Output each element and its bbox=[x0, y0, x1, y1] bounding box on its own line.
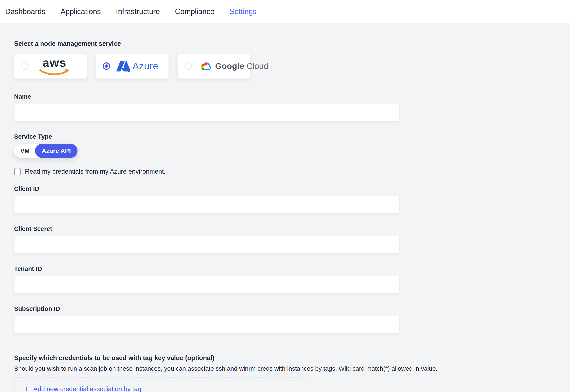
service-card-azure[interactable]: Azure bbox=[96, 54, 169, 79]
toggle-option-azure-api[interactable]: Azure API bbox=[35, 144, 78, 158]
google-cloud-icon bbox=[200, 62, 212, 71]
service-type-group: Service Type VM Azure API bbox=[14, 133, 570, 158]
google-cloud-logo-text: Google Cloud bbox=[215, 62, 268, 71]
tag-credentials-heading: Specify which credentials to be used wit… bbox=[14, 354, 570, 362]
aws-logo-text: aws bbox=[43, 57, 67, 68]
plus-icon bbox=[25, 385, 29, 392]
radio-button-icon[interactable] bbox=[185, 62, 192, 70]
nav-tab-infrastructure[interactable]: Infrastructure bbox=[116, 7, 160, 16]
add-credential-association-button[interactable]: Add new credential association by tag bbox=[25, 385, 141, 392]
add-credential-association-label: Add new credential association by tag bbox=[33, 385, 141, 392]
client-secret-label: Client Secret bbox=[14, 225, 570, 232]
name-label: Name bbox=[14, 93, 570, 100]
tag-credentials-section: Specify which credentials to be used wit… bbox=[14, 354, 570, 392]
nav-tab-applications[interactable]: Applications bbox=[60, 7, 101, 16]
top-navigation: Dashboards Applications Infrastructure C… bbox=[0, 0, 570, 23]
azure-logo-icon bbox=[116, 60, 130, 72]
client-secret-input[interactable] bbox=[14, 236, 400, 254]
name-field-group: Name bbox=[14, 93, 570, 121]
nav-tab-compliance[interactable]: Compliance bbox=[175, 7, 214, 16]
google-cloud-logo-text-primary: Google bbox=[215, 62, 244, 71]
service-selector-label: Select a node management service bbox=[14, 40, 570, 47]
radio-button-selected-icon[interactable] bbox=[103, 62, 110, 70]
service-card-aws[interactable]: aws bbox=[14, 54, 87, 79]
tenant-id-input[interactable] bbox=[14, 276, 400, 294]
client-id-input[interactable] bbox=[14, 196, 400, 214]
tenant-id-label: Tenant ID bbox=[14, 265, 570, 272]
subscription-id-field-group: Subscription ID bbox=[14, 305, 570, 334]
service-card-google-cloud[interactable]: Google Cloud bbox=[178, 54, 250, 79]
aws-smile-icon bbox=[39, 69, 70, 75]
credential-association-box: Add new credential association by tag bbox=[14, 378, 308, 392]
subscription-id-label: Subscription ID bbox=[14, 305, 570, 312]
tag-credentials-description: Should you wish to run a scan job on the… bbox=[14, 365, 570, 372]
nav-tab-settings[interactable]: Settings bbox=[229, 7, 256, 16]
radio-button-icon[interactable] bbox=[21, 62, 28, 70]
name-input[interactable] bbox=[14, 104, 400, 121]
client-id-field-group: Client ID bbox=[14, 185, 570, 214]
read-credentials-checkbox-label: Read my credentials from my Azure enviro… bbox=[25, 168, 166, 175]
service-cards: aws Azure bbox=[14, 54, 570, 79]
client-secret-field-group: Client Secret bbox=[14, 225, 570, 254]
google-cloud-logo-text-secondary: Cloud bbox=[247, 62, 269, 71]
service-type-label: Service Type bbox=[14, 133, 570, 140]
settings-node-management-form: Select a node management service aws Azu… bbox=[0, 23, 570, 392]
read-credentials-checkbox-row: Read my credentials from my Azure enviro… bbox=[14, 168, 570, 175]
checkbox-icon[interactable] bbox=[14, 168, 21, 175]
aws-logo: aws bbox=[39, 57, 70, 75]
nav-tab-dashboards[interactable]: Dashboards bbox=[5, 7, 45, 16]
client-id-label: Client ID bbox=[14, 185, 570, 192]
toggle-option-vm[interactable]: VM bbox=[14, 147, 35, 154]
service-type-toggle: VM Azure API bbox=[14, 144, 78, 158]
subscription-id-input[interactable] bbox=[14, 316, 400, 334]
azure-logo-text: Azure bbox=[132, 60, 158, 72]
tenant-id-field-group: Tenant ID bbox=[14, 265, 570, 294]
